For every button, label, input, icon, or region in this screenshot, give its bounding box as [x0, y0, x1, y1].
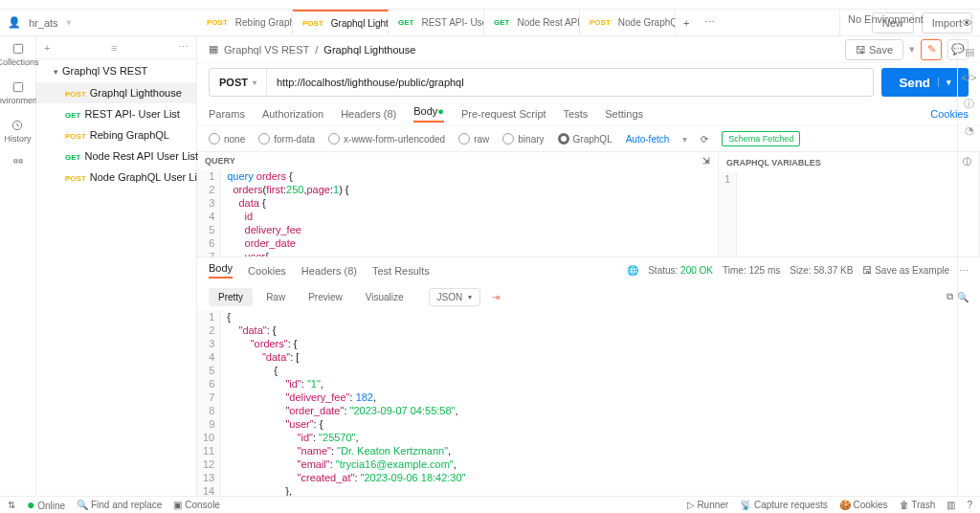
- network-icon[interactable]: 🌐: [627, 265, 638, 276]
- schema-status: Schema Fetched: [722, 131, 800, 146]
- view-raw[interactable]: Raw: [256, 288, 295, 306]
- help-icon[interactable]: ?: [967, 500, 972, 510]
- wrap-icon[interactable]: ⇥: [492, 292, 500, 302]
- request-tab[interactable]: GETNode Rest API User List: [484, 10, 580, 35]
- save-example[interactable]: 🖫 Save as Example: [862, 265, 949, 276]
- workspace-icon: 👤: [8, 16, 21, 29]
- save-button[interactable]: 🖫 Save: [845, 39, 903, 60]
- tab-overflow[interactable]: ⋯: [697, 10, 723, 35]
- tab-prereq[interactable]: Pre-request Script: [461, 108, 546, 120]
- method-selector[interactable]: POST▾: [210, 69, 267, 96]
- find-replace[interactable]: 🔍 Find and replace: [77, 500, 162, 510]
- resp-body-tab[interactable]: Body: [209, 262, 233, 279]
- tab-headers[interactable]: Headers (8): [341, 108, 396, 120]
- resp-tests-tab[interactable]: Test Results: [372, 265, 430, 277]
- variables-label: GRAPHQL VARIABLES: [726, 158, 821, 167]
- copy-icon[interactable]: ⧉: [947, 291, 953, 302]
- runner[interactable]: ▷ Runner: [687, 500, 729, 510]
- body-form[interactable]: form-data: [258, 133, 315, 145]
- collection-name[interactable]: Graphql VS REST: [36, 59, 196, 82]
- request-tab[interactable]: POSTGraphql Lighthouse: [293, 10, 389, 35]
- body-none[interactable]: none: [209, 133, 245, 145]
- panes-icon[interactable]: ▥: [947, 500, 955, 510]
- svg-rect-4: [19, 160, 22, 163]
- tab-auth[interactable]: Authorization: [262, 108, 323, 120]
- rail-history[interactable]: History: [4, 119, 31, 144]
- add-icon[interactable]: +: [44, 42, 50, 54]
- breadcrumb-request[interactable]: Graphql Lighthouse: [323, 44, 415, 56]
- variables-editor[interactable]: 1: [719, 172, 979, 256]
- breadcrumb-collection[interactable]: Graphql VS REST: [224, 44, 309, 56]
- docs-icon[interactable]: ▤: [965, 46, 974, 58]
- query-label: QUERY: [205, 156, 235, 166]
- body-xwww[interactable]: x-www-form-urlencoded: [328, 133, 445, 145]
- tab-settings[interactable]: Settings: [605, 108, 643, 120]
- sidebar-request[interactable]: GETREST API- User List: [36, 103, 196, 124]
- trash[interactable]: 🗑 Trash: [900, 500, 936, 510]
- tab-tests[interactable]: Tests: [564, 108, 589, 120]
- capture[interactable]: 📡 Capture requests: [740, 500, 828, 510]
- sidebar-request[interactable]: POSTNode GraphQL User List: [36, 167, 196, 188]
- request-tab[interactable]: POSTRebing GraphQL: [197, 10, 293, 35]
- svg-rect-3: [13, 160, 16, 163]
- response-body[interactable]: 12345678910111213141516171819202122{ "da…: [197, 310, 980, 496]
- workspace-name[interactable]: hr_ats: [29, 17, 58, 29]
- more-icon[interactable]: ⋯: [178, 41, 189, 54]
- console-toggle[interactable]: ▣ Console: [173, 500, 219, 510]
- body-raw[interactable]: raw: [458, 133, 489, 145]
- sync-icon[interactable]: ⇅: [8, 500, 15, 510]
- environment-selector[interactable]: No Environment: [839, 10, 954, 35]
- view-visualize[interactable]: Visualize: [356, 288, 413, 306]
- filter-icon[interactable]: ≡: [111, 42, 117, 54]
- view-pretty[interactable]: Pretty: [209, 288, 253, 306]
- sidebar-request[interactable]: POSTRebing GraphQL: [36, 124, 196, 145]
- request-tab[interactable]: GETREST API- User List: [389, 10, 484, 35]
- sidebar-request[interactable]: POSTGraphql Lighthouse: [36, 82, 196, 103]
- online-status: Online: [37, 501, 65, 511]
- status-size: Size: 58.37 KB: [790, 265, 853, 276]
- tab-body[interactable]: Body●: [413, 105, 444, 123]
- format-selector[interactable]: JSON▾: [429, 288, 481, 306]
- cookies-footer[interactable]: 🍪 Cookies: [839, 500, 888, 510]
- resp-cookies-tab[interactable]: Cookies: [248, 265, 286, 277]
- add-tab[interactable]: +: [676, 10, 697, 35]
- url-input[interactable]: http://localhost/lighthouse/public/graph…: [267, 77, 873, 88]
- view-preview[interactable]: Preview: [299, 288, 352, 306]
- info-icon[interactable]: ⓘ: [964, 97, 974, 111]
- refresh-icon[interactable]: ⟳: [701, 134, 708, 145]
- collapse-icon[interactable]: ⇲: [702, 156, 710, 166]
- body-graphql[interactable]: GraphQL: [558, 133, 612, 145]
- tab-params[interactable]: Params: [209, 108, 245, 120]
- code-icon[interactable]: </>: [962, 72, 977, 83]
- hint-icon[interactable]: ◔: [965, 124, 974, 137]
- svg-rect-1: [13, 82, 22, 91]
- svg-rect-0: [13, 44, 22, 53]
- status-time: Time: 125 ms: [723, 265, 780, 276]
- send-button[interactable]: Send▾: [881, 68, 969, 97]
- sidebar-request[interactable]: GETNode Rest API User List: [36, 145, 196, 167]
- body-binary[interactable]: binary: [502, 133, 544, 145]
- status-value: 200 OK: [680, 265, 713, 276]
- rail-more[interactable]: [11, 157, 25, 170]
- collection-icon: ▦: [209, 43, 218, 56]
- edit-icon[interactable]: ✎: [921, 39, 942, 60]
- rail-collections[interactable]: Collections: [0, 42, 39, 67]
- query-editor[interactable]: 12345678910query orders { orders(first:2…: [197, 169, 718, 256]
- request-tab[interactable]: POSTNode GraphQL User List: [580, 10, 676, 35]
- env-eye-icon[interactable]: 👁: [954, 10, 980, 35]
- auto-fetch[interactable]: Auto-fetch: [626, 134, 670, 145]
- resp-headers-tab[interactable]: Headers (8): [301, 265, 357, 277]
